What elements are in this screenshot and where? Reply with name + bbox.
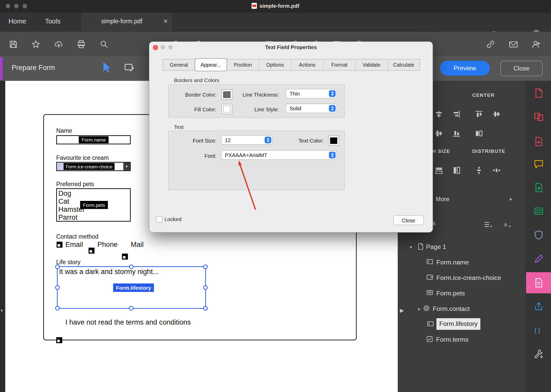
more-tools-icon[interactable] (532, 347, 546, 361)
contact-email-checkbox-field[interactable] (57, 242, 62, 248)
close-prepare-form-button[interactable]: Close (500, 61, 542, 76)
tab-actions[interactable]: Actions (291, 59, 323, 70)
expand-left-panel-icon[interactable]: ▸ (1, 307, 3, 312)
text-field-icon (427, 321, 434, 328)
align-vertical-center-icon[interactable] (432, 128, 446, 139)
lifestory-form-field-selected[interactable]: It was a dark and stormy night... Form.l… (57, 266, 206, 309)
tree-field-row[interactable]: Form.pets (427, 287, 465, 299)
text-color-swatch[interactable] (328, 136, 339, 146)
chevron-right-icon[interactable]: ▸ (418, 306, 421, 311)
font-size-dropdown[interactable]: 12 (221, 135, 273, 145)
select-tool-icon[interactable] (101, 61, 112, 76)
chevron-down-icon[interactable]: ▾ (410, 244, 412, 249)
prepare-form-tool-active[interactable] (526, 272, 551, 293)
cloud-upload-icon[interactable] (51, 37, 66, 52)
resize-handle[interactable] (55, 264, 60, 269)
tab-validate[interactable]: Validate (355, 59, 388, 70)
email-icon[interactable] (506, 37, 521, 52)
sort-order-icon[interactable] (482, 219, 495, 231)
screen: simple-form.pdf Home Tools simple-form.p… (0, 0, 551, 392)
organize-pages-tool-icon[interactable] (532, 109, 546, 123)
create-pdf-tool-icon[interactable] (532, 135, 546, 148)
resize-handle[interactable] (203, 306, 208, 311)
combine-files-tool-icon[interactable] (532, 181, 546, 194)
combo-dropdown-icon[interactable]: ▼ (123, 163, 130, 170)
align-middle-icon[interactable] (490, 108, 503, 120)
dialog-close-button[interactable]: Close (393, 215, 424, 225)
tree-field-row[interactable]: Form.terms (427, 334, 468, 346)
resize-handle[interactable] (203, 264, 208, 269)
pdf-file-icon (252, 3, 257, 9)
font-size-label: Font Size: (172, 138, 216, 144)
stepper-icon[interactable] (329, 152, 336, 159)
match-size-icon[interactable] (472, 128, 486, 139)
terms-checkbox-field[interactable] (56, 337, 62, 343)
protect-tool-icon[interactable] (532, 228, 546, 242)
contact-option-label: Mail (131, 241, 144, 249)
resize-handle[interactable] (129, 306, 133, 311)
sort-alpha-icon[interactable]: A (501, 219, 515, 231)
scan-ocr-tool-icon[interactable] (532, 204, 546, 218)
resize-handle[interactable] (55, 306, 60, 311)
tree-field-row-selected[interactable]: Form.lifestory (436, 318, 480, 330)
line-style-dropdown[interactable]: Solid (286, 104, 337, 113)
tree-field-row[interactable]: Form.ice-cream-choice (427, 272, 501, 284)
pets-form-field[interactable]: Dog Cat Hamster Parrot Form.pets (56, 188, 131, 222)
more-label[interactable]: More (436, 196, 450, 203)
star-icon[interactable] (28, 37, 43, 52)
tree-field-row[interactable]: Form.name (427, 256, 469, 268)
font-dropdown[interactable]: PXAAAA+ArialMT (221, 150, 337, 160)
stepper-icon[interactable] (265, 137, 271, 143)
distribute-horizontal-icon[interactable] (490, 164, 503, 176)
tab-format[interactable]: Format (323, 59, 355, 70)
contact-option-label: Phone (97, 241, 118, 249)
comment-tool-icon[interactable] (532, 157, 546, 171)
tab-calculate[interactable]: Calculate (387, 59, 420, 70)
add-text-field-tool-icon[interactable] (124, 62, 135, 75)
tab-appearance[interactable]: Appear... (194, 58, 227, 71)
align-bottom-icon[interactable] (450, 128, 463, 139)
share-tool-icon[interactable] (532, 299, 546, 313)
resize-handle[interactable] (129, 264, 133, 269)
stepper-icon[interactable] (329, 105, 336, 112)
tree-field-row[interactable]: ▸ Form.contact (418, 303, 470, 315)
save-icon[interactable] (6, 37, 21, 52)
document-tab[interactable]: simple-form.pdf ✕ (81, 13, 173, 32)
align-horizontal-center-icon[interactable] (432, 108, 446, 120)
name-form-field[interactable]: Form.name (56, 135, 131, 144)
fill-sign-tool-icon[interactable] (532, 252, 546, 266)
window-titlebar: simple-form.pdf (0, 0, 551, 13)
match-size-section-label: H SIZE (432, 148, 450, 154)
tab-general[interactable]: General (163, 59, 195, 70)
match-height-icon[interactable] (450, 164, 463, 176)
nav-home[interactable]: Home (9, 18, 26, 25)
print-icon[interactable] (74, 37, 89, 52)
tab-position[interactable]: Position (227, 59, 259, 70)
javascript-tool-icon[interactable]: { } (532, 323, 546, 337)
add-person-icon[interactable] (529, 37, 544, 52)
icecream-form-field[interactable]: Form.ice-cream-choice ▼ (56, 162, 131, 171)
locked-checkbox[interactable] (156, 216, 162, 223)
fill-color-label: Fill Color: (172, 106, 216, 112)
link-icon[interactable] (483, 37, 498, 52)
collapse-right-panel-icon[interactable]: ▶ (400, 307, 404, 313)
resize-handle[interactable] (55, 285, 60, 290)
tab-options[interactable]: Options (259, 59, 291, 70)
nav-tools[interactable]: Tools (45, 18, 60, 25)
tab-close-icon[interactable]: ✕ (163, 18, 168, 25)
stepper-icon[interactable] (329, 90, 336, 97)
align-right-icon[interactable] (450, 108, 463, 120)
contact-mail-checkbox-field[interactable] (122, 254, 128, 260)
match-width-icon[interactable] (432, 164, 446, 176)
resize-handle[interactable] (203, 285, 208, 290)
align-top-icon[interactable] (472, 108, 486, 120)
distribute-vertical-icon[interactable] (472, 164, 486, 176)
export-pdf-tool-icon[interactable] (532, 86, 546, 100)
contact-phone-checkbox-field[interactable] (89, 248, 95, 254)
preview-button[interactable]: Preview (440, 61, 490, 75)
line-thickness-dropdown[interactable]: Thin (286, 89, 337, 98)
more-chevron-icon[interactable]: ▾ (509, 197, 512, 202)
search-icon[interactable] (97, 37, 111, 52)
dropdown-field-icon (427, 274, 433, 281)
tree-page-row[interactable]: ▾ Page 1 (410, 241, 446, 253)
